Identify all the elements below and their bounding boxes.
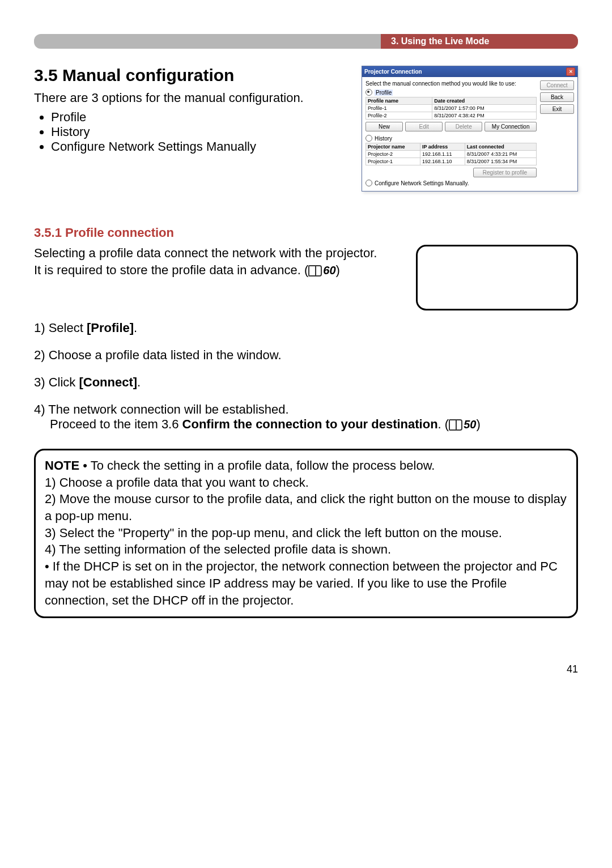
table-row[interactable]: Projector-2 192.168.1.11 8/31/2007 4:33:… — [366, 151, 537, 158]
profile-table: Profile name Date created Profile-1 8/31… — [366, 97, 537, 120]
section-title: 3.5 Manual configuration — [34, 66, 350, 85]
note-step-3: 3) Select the "Property" in the pop-up m… — [45, 526, 502, 540]
radio-history[interactable]: History — [366, 135, 537, 142]
steps-list: 1) Select [Profile]. 2) Choose a profile… — [34, 321, 578, 432]
dialog-title: Projector Connection — [364, 69, 422, 75]
note-step-4: 4) The setting information of the select… — [45, 542, 391, 556]
edit-button[interactable]: Edit — [405, 122, 443, 131]
radio-icon — [366, 180, 372, 186]
note-extra: • If the DHCP is set on in the projector… — [45, 559, 558, 607]
note-box: NOTE • To check the setting in a profile… — [34, 449, 578, 618]
radio-icon — [366, 135, 372, 142]
radio-manual[interactable]: Configure Network Settings Manually. — [366, 180, 537, 186]
step-4: 4) The network connection will be establ… — [34, 402, 578, 432]
step-3: 3) Click [Connect]. — [34, 375, 578, 390]
table-row[interactable]: Projector-1 192.168.1.10 8/31/2007 1:55:… — [366, 158, 537, 165]
illustration-placeholder — [416, 245, 578, 310]
page-number: 41 — [34, 663, 578, 675]
book-icon — [449, 419, 462, 431]
option-manual: Configure Network Settings Manually — [51, 139, 350, 154]
note-step-2: 2) Move the mouse cursor to the profile … — [45, 492, 567, 523]
note-label: NOTE — [45, 458, 79, 473]
option-list: Profile History Configure Network Settin… — [51, 110, 350, 154]
step-1: 1) Select [Profile]. — [34, 321, 578, 335]
my-connection-button[interactable]: My Connection — [484, 122, 537, 131]
table-row[interactable]: Profile-1 8/31/2007 1:57:00 PM — [366, 105, 537, 112]
subsection-heading: 3.5.1 Profile connection — [34, 225, 578, 240]
radio-icon — [366, 89, 372, 96]
option-profile: Profile — [51, 110, 350, 125]
step-2: 2) Choose a profile data listed in the w… — [34, 348, 578, 363]
section-intro: There are 3 options for the manual confi… — [34, 90, 350, 107]
table-row[interactable]: Profile-2 8/31/2007 4:38:42 PM — [366, 112, 537, 120]
breadcrumb: 3. Using the Live Mode — [381, 34, 578, 49]
register-to-profile-button[interactable]: Register to profile — [473, 168, 537, 177]
history-table: Projector name IP address Last connected… — [366, 143, 537, 165]
book-icon — [308, 265, 322, 276]
delete-button[interactable]: Delete — [445, 122, 482, 131]
exit-button[interactable]: Exit — [540, 104, 574, 114]
back-button[interactable]: Back — [540, 92, 574, 102]
header-bar: 3. Using the Live Mode — [34, 34, 578, 49]
connect-button[interactable]: Connect — [540, 80, 574, 90]
note-step-1: 1) Choose a profile data that you want t… — [45, 475, 309, 490]
radio-profile[interactable]: Profile — [366, 89, 537, 96]
dialog-instruction: Select the manual connection method you … — [366, 80, 537, 87]
close-icon[interactable]: ✕ — [566, 67, 575, 76]
projector-connection-dialog: Projector Connection ✕ Select the manual… — [362, 66, 578, 192]
option-history: History — [51, 125, 350, 139]
new-button[interactable]: New — [366, 122, 403, 131]
